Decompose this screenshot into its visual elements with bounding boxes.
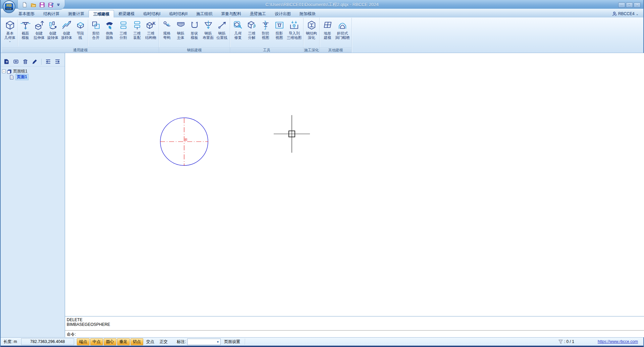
- ribbon-group-title: 其他建模: [320, 47, 352, 53]
- ribbon-item-loft[interactable]: 创建放样体: [60, 18, 73, 47]
- ribbon-item-label: 三维: [147, 31, 155, 36]
- new-file-icon[interactable]: [22, 2, 28, 8]
- add-group-icon[interactable]: [13, 59, 19, 64]
- command-history-line: DELETE: [67, 317, 642, 322]
- ribbon-item-rebar-surface[interactable]: 钢筋布置面: [201, 18, 215, 47]
- ribbon-item-projection-view[interactable]: 投影视图: [272, 18, 286, 47]
- tab-3[interactable]: 三维建模: [89, 10, 114, 17]
- ribbon-item-label: 创建: [63, 31, 70, 36]
- ribbon-item-split-3d[interactable]: 三维分割: [116, 18, 130, 47]
- ribbon-item-rebar-line[interactable]: 钢筋位置线: [215, 18, 229, 47]
- snap-toggle-2[interactable]: 圆心: [104, 338, 116, 345]
- delete-icon[interactable]: [22, 59, 28, 64]
- ribbon-item-hook-spec[interactable]: 规格弯钩: [160, 18, 174, 47]
- statusbar-divider: [245, 339, 245, 345]
- ribbon-item-label: 钢筋: [218, 31, 226, 36]
- tab-0[interactable]: 基本图形: [14, 10, 39, 17]
- tab-11[interactable]: 附加模块: [295, 10, 320, 17]
- projection-view-icon: [274, 19, 285, 31]
- command-input[interactable]: [76, 332, 642, 336]
- ribbon-item-geo-repair[interactable]: 几何修复: [231, 18, 245, 47]
- ribbon-item-label: 模板: [191, 36, 198, 40]
- ribbon-item-section-view[interactable]: 剖切视图: [259, 18, 272, 47]
- minimize-button[interactable]: —: [618, 2, 625, 8]
- tree-node-page[interactable]: 页面1: [9, 74, 63, 80]
- clip-merge-icon: [91, 19, 101, 31]
- tunnel-cap-icon: [337, 19, 348, 31]
- ribbon-item-import-map[interactable]: 导入到三维地图: [286, 18, 302, 47]
- page-setup-button[interactable]: 页面设置: [224, 339, 240, 345]
- ribbon-item-label: 三维地图: [287, 36, 302, 40]
- logo-text-rb: RB: [5, 3, 13, 8]
- ribbon-item-steel-deepen[interactable]: 钢结构深化: [305, 18, 318, 47]
- ribbon-item-section-template[interactable]: 截面模板: [18, 18, 32, 47]
- tab-8[interactable]: 算量与配料: [217, 10, 246, 17]
- annotation-select[interactable]: ▼: [187, 339, 221, 345]
- save-file-icon[interactable]: [39, 2, 45, 8]
- ribbon-item-revolve[interactable]: 创建旋转体: [46, 18, 60, 47]
- ribbon-item-label: 弯钩: [163, 36, 171, 40]
- tab-9[interactable]: 悬臂施工: [246, 10, 270, 17]
- open-file-icon[interactable]: [31, 2, 36, 8]
- close-button[interactable]: ✕: [634, 2, 641, 8]
- ribbon-item-label: 模板: [22, 36, 29, 40]
- geo-repair-icon: [233, 19, 244, 31]
- drawing-canvas[interactable]: 前: [65, 53, 644, 316]
- view-label: 前: [184, 138, 187, 141]
- ribbon-item-cube[interactable]: 基本几何体⌄: [3, 18, 17, 47]
- chevron-down-icon: ⌄: [9, 40, 11, 42]
- ribbon-item-label: 拉伸体: [34, 36, 45, 40]
- ribbon-item-label: 截面: [22, 31, 29, 36]
- ribbon-item-clip-merge[interactable]: 剪切合并: [89, 18, 103, 47]
- restore-button[interactable]: ❐: [626, 2, 633, 8]
- structure-3d-icon: K: [146, 19, 156, 31]
- ribbon-item-terrain[interactable]: 地形建模: [321, 18, 334, 47]
- tab-1[interactable]: 结构计算: [39, 10, 64, 17]
- snap-toggle-5[interactable]: 交点: [144, 338, 157, 345]
- ribbon-item-shape-template[interactable]: 形状模板: [187, 18, 201, 47]
- snap-toggle-1[interactable]: 中点: [90, 338, 103, 345]
- ribbon-group-0: 基本几何体⌄截面模板创建拉伸体创建旋转体创建放样体节段线剪切合并倒角圆角三维分割…: [2, 18, 159, 53]
- qat-dropdown-icon[interactable]: [57, 3, 60, 6]
- ribbon-item-rebar-body[interactable]: 钢筋主体: [174, 18, 187, 47]
- snap-toggle-0[interactable]: 端点: [77, 338, 90, 345]
- page-tree: − 页面组1 页面1: [1, 66, 65, 82]
- ribbon-item-divider: [88, 19, 88, 46]
- tree-collapse-icon[interactable]: −: [2, 69, 6, 73]
- ribbon-group-3: 钢结构深化施工深化: [304, 18, 320, 53]
- pages-panel: − 页面组1 页面1: [1, 53, 65, 337]
- edit-icon[interactable]: [32, 59, 38, 64]
- tab-10[interactable]: 设计出图: [270, 10, 295, 17]
- ribbon-item-label: 斜切式: [337, 31, 348, 36]
- tab-5[interactable]: 临时结构I: [139, 10, 165, 17]
- save-as-file-icon[interactable]: [48, 2, 54, 8]
- tab-2[interactable]: 测量计算: [64, 10, 89, 17]
- snap-toggle-6[interactable]: 正交: [157, 338, 170, 345]
- ribbon-item-tunnel-cap[interactable]: 斜切式洞门帽檐: [334, 18, 351, 47]
- ribbon-item-label: 位置线: [216, 36, 227, 40]
- snap-toggle-4[interactable]: 切点: [130, 338, 143, 345]
- annotation-label: 标注:: [177, 339, 186, 345]
- ribbon-item-assemble-3d[interactable]: 三维装配: [130, 18, 144, 47]
- app-menu-button[interactable]: RB CCE: [3, 0, 15, 13]
- ribbon-item-structure-3d[interactable]: K三维结构物: [144, 18, 158, 47]
- tab-6[interactable]: 临时结构II: [165, 10, 192, 17]
- snap-toggle-3[interactable]: 垂足: [117, 338, 130, 345]
- selection-filter-status[interactable]: : 0 / 1: [558, 339, 574, 344]
- ribbon-item-fillet[interactable]: 倒角圆角: [103, 18, 116, 47]
- tree-node-page-group[interactable]: − 页面组1: [2, 68, 63, 74]
- tab-4[interactable]: 桥梁建模: [114, 10, 139, 17]
- quick-access-toolbar: [17, 0, 65, 10]
- tab-7[interactable]: 施工组织: [192, 10, 217, 17]
- ribbon-item-extrude[interactable]: 创建拉伸体: [32, 18, 46, 47]
- website-link[interactable]: https://www.rbcce.com: [598, 339, 638, 344]
- user-account-button[interactable]: RBCCE4 ⌄: [612, 10, 639, 17]
- expand-list-icon[interactable]: [45, 59, 51, 64]
- ribbon-item-explode-3d[interactable]: 三维分解: [245, 18, 259, 47]
- cube-icon: [5, 19, 15, 31]
- ribbon-item-segment-line[interactable]: 节段线: [73, 18, 87, 47]
- ribbon-item-label: 剪切: [92, 31, 100, 36]
- window-bottom-edge: [1, 346, 643, 347]
- collapse-list-icon[interactable]: [55, 59, 60, 64]
- add-page-icon[interactable]: [4, 59, 9, 64]
